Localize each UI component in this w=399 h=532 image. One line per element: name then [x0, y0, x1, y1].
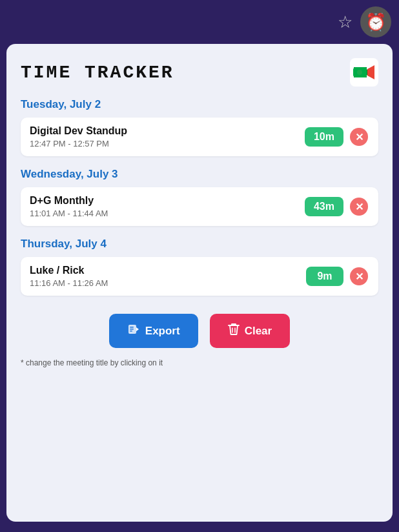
- trash-icon: [228, 323, 240, 339]
- section-thursday: Thursday, July 4 Luke / Rick 11:16 AM - …: [21, 238, 378, 296]
- section-wednesday: Wednesday, July 3 D+G Monthly 11:01 AM -…: [21, 168, 378, 226]
- remove-icon-monthly: ✕: [350, 198, 368, 216]
- remove-icon-standup: ✕: [350, 128, 368, 146]
- svg-point-6: [357, 70, 362, 75]
- event-time-monthly: 11:01 AM - 11:44 AM: [30, 209, 305, 218]
- event-card-standup: Digital Dev Standup 12:47 PM - 12:57 PM …: [21, 118, 378, 156]
- remove-icon-luke-rick: ✕: [350, 267, 368, 285]
- section-tuesday: Tuesday, July 2 Digital Dev Standup 12:4…: [21, 98, 378, 156]
- app-title: TIME TRACKER: [21, 63, 174, 83]
- export-label: Export: [145, 325, 180, 338]
- alarm-icon: ⏰: [365, 12, 386, 32]
- duration-badge-luke-rick: 9m: [306, 267, 343, 286]
- export-button[interactable]: Export: [109, 314, 198, 348]
- event-title-standup[interactable]: Digital Dev Standup: [30, 125, 305, 137]
- event-info-monthly: D+G Monthly 11:01 AM - 11:44 AM: [30, 195, 305, 218]
- remove-button-standup[interactable]: ✕: [349, 127, 369, 147]
- svg-rect-11: [130, 331, 132, 332]
- event-actions-standup: 10m ✕: [305, 127, 369, 147]
- duration-badge-monthly: 43m: [305, 197, 343, 216]
- duration-badge-standup: 10m: [305, 127, 343, 147]
- google-meet-icon: [350, 58, 378, 87]
- day-label-thursday: Thursday, July 4: [21, 238, 378, 251]
- footer-buttons: Export Clear: [21, 314, 378, 348]
- top-bar: ☆ ⏰: [0, 0, 399, 44]
- event-actions-monthly: 43m ✕: [305, 196, 369, 217]
- footer-note: * change the meeting title by clicking o…: [21, 358, 378, 367]
- day-label-wednesday: Wednesday, July 3: [21, 168, 378, 181]
- star-icon[interactable]: ☆: [338, 12, 353, 32]
- clear-label: Clear: [245, 325, 272, 338]
- remove-button-luke-rick[interactable]: ✕: [349, 266, 369, 287]
- header-row: TIME TRACKER: [21, 58, 378, 87]
- remove-button-monthly[interactable]: ✕: [349, 196, 369, 217]
- svg-rect-10: [130, 329, 134, 330]
- event-card-monthly: D+G Monthly 11:01 AM - 11:44 AM 43m ✕: [21, 187, 378, 226]
- clear-button[interactable]: Clear: [210, 314, 291, 348]
- export-icon: [127, 323, 140, 339]
- event-info-standup: Digital Dev Standup 12:47 PM - 12:57 PM: [30, 125, 305, 148]
- event-info-luke-rick: Luke / Rick 11:16 AM - 11:26 AM: [30, 265, 306, 288]
- main-card: TIME TRACKER Tuesday, July 2 Digi: [6, 44, 393, 522]
- svg-rect-9: [130, 327, 134, 328]
- event-title-luke-rick[interactable]: Luke / Rick: [30, 265, 306, 276]
- event-time-luke-rick: 11:16 AM - 11:26 AM: [30, 278, 306, 288]
- event-card-luke-rick: Luke / Rick 11:16 AM - 11:26 AM 9m ✕: [21, 257, 378, 296]
- event-actions-luke-rick: 9m ✕: [306, 266, 369, 287]
- event-title-monthly[interactable]: D+G Monthly: [30, 195, 305, 207]
- event-time-standup: 12:47 PM - 12:57 PM: [30, 139, 305, 148]
- day-label-tuesday: Tuesday, July 2: [21, 98, 378, 111]
- alarm-button[interactable]: ⏰: [360, 6, 391, 37]
